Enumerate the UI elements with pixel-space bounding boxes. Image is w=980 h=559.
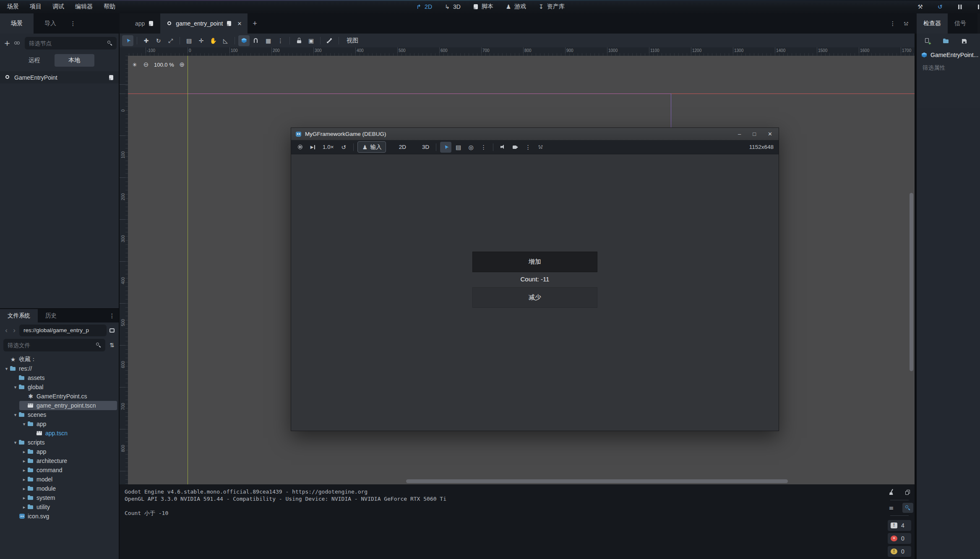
chevron-down-icon[interactable]: ▾ bbox=[3, 366, 10, 372]
instance-scene-icon[interactable] bbox=[14, 40, 21, 47]
runtime-select-tool[interactable]: ➤ bbox=[440, 142, 451, 153]
nav-back-icon[interactable]: ‹ bbox=[3, 326, 9, 335]
camera-button[interactable] bbox=[510, 142, 521, 153]
tab-信号[interactable]: 信号 bbox=[948, 13, 973, 34]
zoom-out-icon[interactable]: ⊖ bbox=[143, 61, 149, 68]
tab-options-menu[interactable]: ⋮ bbox=[105, 309, 119, 322]
minimize-icon[interactable]: – bbox=[738, 131, 741, 137]
horizontal-scrollbar[interactable] bbox=[406, 479, 788, 483]
local-button[interactable]: 本地 bbox=[55, 54, 95, 67]
inspected-node-row[interactable]: GameEntryPoint... bbox=[917, 49, 980, 61]
chevron-right-icon[interactable]: ▸ bbox=[21, 449, 27, 455]
chevron-right-icon[interactable]: ▸ bbox=[21, 468, 27, 473]
input-mode-button[interactable]: ♟输入 bbox=[357, 141, 386, 153]
load-resource-button[interactable] bbox=[940, 36, 951, 47]
runtime-list-select-tool[interactable]: ▤ bbox=[453, 142, 464, 153]
mode-3D[interactable]: ↳3D bbox=[444, 3, 461, 10]
nav-forward-icon[interactable]: › bbox=[11, 326, 17, 335]
add-scene-tab-button[interactable]: + bbox=[248, 13, 262, 34]
pick-3d-button[interactable]: 3D bbox=[410, 142, 432, 152]
2d-viewport[interactable]: ✳ ⊖ 100.0 % ⊕ MyGFrameworkGame (DEBUG) –… bbox=[128, 56, 915, 484]
mode-资产库[interactable]: ↧资产库 bbox=[538, 3, 565, 10]
vertical-scrollbar[interactable] bbox=[910, 193, 913, 371]
scene-tab-app[interactable]: app bbox=[120, 13, 160, 34]
mode-脚本[interactable]: 脚本 bbox=[472, 3, 493, 10]
current-path-input[interactable] bbox=[23, 327, 103, 334]
file-tree-item-app[interactable]: ▸app bbox=[0, 447, 119, 456]
maximize-icon[interactable]: □ bbox=[753, 131, 756, 137]
pick-2d-button[interactable]: 2D bbox=[387, 142, 409, 152]
menu-场景[interactable]: 场景 bbox=[2, 3, 24, 10]
file-tree-item-command[interactable]: ▸command bbox=[0, 465, 119, 475]
save-resource-button[interactable] bbox=[959, 36, 970, 47]
next-frame-button[interactable] bbox=[307, 142, 318, 153]
file-tree-item-utility[interactable]: ▸utility bbox=[0, 502, 119, 512]
filter-files-input[interactable] bbox=[7, 342, 93, 349]
lock-node-button[interactable] bbox=[293, 35, 305, 46]
move-tool[interactable]: ✚ bbox=[141, 35, 152, 46]
list-select-tool[interactable]: ▤ bbox=[183, 35, 195, 46]
resource-options-menu[interactable]: ⋮ bbox=[977, 36, 980, 47]
file-tree-item-system[interactable]: ▸system bbox=[0, 493, 119, 502]
chevron-right-icon[interactable]: ▸ bbox=[21, 495, 27, 501]
snap-options-menu[interactable]: ⋮ bbox=[275, 35, 286, 46]
chevron-down-icon[interactable]: ▾ bbox=[12, 412, 18, 418]
close-icon[interactable]: ✕ bbox=[768, 131, 772, 137]
filter-nodes-input[interactable] bbox=[28, 40, 104, 47]
file-tree-item-app.tscn[interactable]: app.tscn bbox=[0, 429, 119, 438]
tab-文件系统[interactable]: 文件系统 bbox=[0, 309, 38, 322]
file-tree-item-[interactable]: ★收藏： bbox=[0, 355, 119, 364]
rotate-tool[interactable]: ↻ bbox=[153, 35, 164, 46]
chevron-down-icon[interactable]: ▾ bbox=[12, 440, 18, 445]
sun-icon[interactable]: ✳ bbox=[131, 61, 138, 68]
group-node-button[interactable]: ▣ bbox=[305, 35, 317, 46]
collapse-messages-button[interactable]: ≡ bbox=[886, 503, 897, 513]
fullscreen-button[interactable] bbox=[535, 142, 546, 153]
filter-properties-input[interactable] bbox=[922, 64, 975, 71]
tab-场景[interactable]: 场景 bbox=[0, 13, 34, 34]
increase-button[interactable]: 增加 bbox=[472, 252, 597, 272]
menu-帮助[interactable]: 帮助 bbox=[98, 3, 121, 10]
file-tree-item-icon.svg[interactable]: icon.svg bbox=[0, 512, 119, 521]
new-resource-button[interactable] bbox=[922, 36, 933, 47]
scale-tool[interactable]: ⤢ bbox=[165, 35, 176, 46]
selection-options-menu[interactable]: ⋮ bbox=[478, 142, 489, 153]
menu-项目[interactable]: 项目 bbox=[24, 3, 47, 10]
tab-导入[interactable]: 导入 bbox=[34, 13, 67, 34]
menu-调试[interactable]: 调试 bbox=[47, 3, 70, 10]
suspend-button[interactable] bbox=[295, 142, 306, 153]
zoom-level[interactable]: 100.0 % bbox=[154, 62, 174, 68]
file-tree-item-module[interactable]: ▸module bbox=[0, 484, 119, 493]
chevron-right-icon[interactable]: ▸ bbox=[21, 477, 27, 482]
chevron-down-icon[interactable]: ▾ bbox=[12, 385, 18, 390]
message-count-badge[interactable]: 4 bbox=[888, 520, 911, 531]
copy-output-button[interactable] bbox=[902, 487, 913, 497]
file-tree-item-architecture[interactable]: ▸architecture bbox=[0, 456, 119, 465]
zoom-in-icon[interactable]: ⊕ bbox=[179, 61, 185, 68]
camera-override-button[interactable]: ◎ bbox=[465, 142, 477, 153]
file-tree-item-res[interactable]: ▾res:// bbox=[0, 364, 119, 373]
clear-output-button[interactable] bbox=[886, 487, 897, 497]
mode-游戏[interactable]: ♟游戏 bbox=[505, 3, 526, 10]
tab-list-menu-icon[interactable]: ⋮ bbox=[889, 20, 896, 27]
sort-files-icon[interactable]: ⇅ bbox=[109, 342, 115, 348]
view-menu[interactable]: 视图 bbox=[342, 37, 362, 44]
file-tree-item-app[interactable]: ▾app bbox=[0, 419, 119, 429]
distraction-free-icon[interactable] bbox=[903, 20, 910, 27]
chevron-right-icon[interactable]: ▸ bbox=[21, 504, 27, 510]
remote-button[interactable]: 远程 bbox=[14, 54, 55, 67]
search-output-button[interactable] bbox=[902, 503, 913, 513]
mute-audio-button[interactable] bbox=[497, 142, 508, 153]
file-tree-item-GameEntryPoint.cs[interactable]: ✱GameEntryPoint.cs bbox=[0, 392, 119, 401]
grid-snap-toggle[interactable]: ▦ bbox=[263, 35, 274, 46]
tab-历史[interactable]: 历史 bbox=[38, 309, 64, 322]
scene-tree-root-node[interactable]: GameEntryPoint bbox=[0, 71, 119, 83]
file-tree-item-game_entry_point.tscn[interactable]: game_entry_point.tscn bbox=[0, 401, 119, 410]
split-view-icon[interactable] bbox=[109, 327, 115, 334]
more-options-menu[interactable]: ⋮ bbox=[522, 142, 534, 153]
clipped-edge-button[interactable] bbox=[974, 1, 980, 12]
script-icon[interactable] bbox=[108, 74, 115, 81]
tab-检查器[interactable]: 检查器 bbox=[917, 13, 948, 34]
position-snap-tool[interactable]: ✛ bbox=[195, 35, 207, 46]
skeleton-options-menu[interactable] bbox=[324, 35, 335, 46]
